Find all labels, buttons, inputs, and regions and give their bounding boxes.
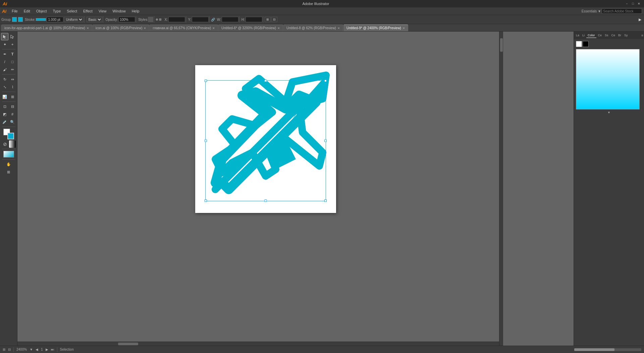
tab-close-3[interactable]: ✕ [277, 27, 280, 30]
status-sep-1 [13, 347, 14, 352]
panel-tab-li[interactable]: Li [581, 33, 586, 38]
selection-tool[interactable] [1, 33, 8, 40]
panel-tab-sy[interactable]: Sy [623, 33, 629, 38]
close-button[interactable]: ✕ [637, 1, 641, 6]
gradient-btn[interactable] [9, 140, 16, 148]
tool-sep-1 [2, 49, 15, 49]
progress-fill [574, 348, 614, 351]
line-tool[interactable]: / [1, 58, 8, 65]
tab-3[interactable]: Untitled-6* @ 3200% (RGB/Preview) ✕ [218, 25, 283, 31]
symbol-tool[interactable]: ⊞ [9, 93, 16, 100]
mirror-tool[interactable]: ⇔ [9, 76, 16, 83]
menu-type[interactable]: Type [50, 8, 64, 14]
right-scroll-thumb[interactable] [500, 38, 503, 52]
search-input[interactable] [602, 8, 642, 14]
mesh-tool[interactable]: # [9, 111, 16, 118]
line-tools-row: / □ [1, 58, 16, 65]
opacity-label: Opacity: [105, 18, 118, 21]
scale-tool[interactable]: ⤡ [1, 83, 8, 91]
paintbrush-tool[interactable]: 🖌 [1, 66, 8, 73]
type-tool[interactable]: T [9, 50, 16, 58]
menu-help[interactable]: Help [129, 8, 142, 14]
progress-bar[interactable] [574, 348, 641, 351]
menu-select[interactable]: Select [64, 8, 80, 14]
tab-1[interactable]: icon.ai @ 100% (RGB/Preview) ✕ [93, 25, 150, 31]
align-btn-2[interactable]: ⊟ [271, 17, 277, 22]
basic-select[interactable]: Basic [87, 17, 102, 22]
pencil-tool[interactable]: ✏ [9, 66, 16, 73]
black-swatch[interactable] [583, 41, 589, 47]
tab-close-4[interactable]: ✕ [337, 27, 340, 30]
stroke-box[interactable] [7, 133, 14, 139]
w-input[interactable]: 19.430 pt [222, 17, 238, 22]
right-panel: La Li Color Ce Ss Ce Br Sy ≡ ▼ [574, 32, 644, 346]
y-input[interactable]: 12.264 pt [192, 17, 209, 22]
white-swatch[interactable] [576, 41, 582, 47]
stroke-value-input[interactable]: 1.000 pt [47, 17, 63, 22]
x-input[interactable]: 11.240 pt [168, 17, 185, 22]
pen-tool[interactable]: ✒ [1, 50, 8, 58]
menu-effect[interactable]: Effect [80, 8, 95, 14]
tab-label-3: Untitled-6* @ 3200% (RGB/Preview) [221, 26, 276, 30]
view-btn[interactable]: ⊞ [5, 168, 12, 176]
tab-close-2[interactable]: ✕ [212, 27, 215, 30]
maximize-button[interactable]: □ [631, 1, 635, 6]
tab-5[interactable]: Untitled-9* @ 2400% (RGB/Preview) ✕ [343, 25, 408, 31]
eyedropper-tool[interactable]: 💉 [1, 118, 8, 126]
tab-0[interactable]: icon-for-app-android-part-1.ai @ 100% (R… [1, 25, 92, 31]
artboard-tool[interactable]: ⊡ [1, 103, 8, 110]
zoom-controls[interactable]: ▼ [30, 348, 33, 351]
page-end-icon[interactable]: ⏭ [51, 348, 54, 351]
page-prev-icon[interactable]: ◀ [36, 348, 38, 351]
link-icon[interactable]: 🔗 [211, 18, 215, 21]
panel-tab-color[interactable]: Color [586, 33, 596, 38]
stroke-type-select[interactable]: Uniform [64, 17, 84, 22]
slice-tool[interactable]: ⊟ [9, 103, 16, 110]
hand-tool[interactable]: ✋ [5, 161, 12, 168]
tab-2[interactable]: главная.ai @ 66,67% (CMYK/Preview) ✕ [150, 25, 218, 31]
tool-sep-5 [2, 127, 15, 127]
panel-menu-btn[interactable]: ≡ [641, 34, 643, 37]
panel-tab-br[interactable]: Br [617, 33, 623, 38]
menu-view[interactable]: View [96, 8, 109, 14]
workspace-label: Essentials ▼ [582, 9, 601, 13]
none-btn[interactable]: ⊘ [1, 140, 9, 148]
panel-tab-la[interactable]: La [575, 33, 581, 38]
menu-file[interactable]: File [9, 8, 20, 14]
gradient-tool[interactable]: ◩ [1, 111, 8, 118]
rotate-tool[interactable]: ↻ [1, 76, 8, 83]
color-picker-gradient[interactable] [576, 49, 640, 109]
styles-btn[interactable] [148, 17, 153, 22]
minimize-button[interactable]: − [625, 1, 629, 6]
bottom-scroll-thumb[interactable] [118, 343, 138, 345]
align-btn-1[interactable]: ⊞ [265, 17, 271, 22]
panel-tab-ce2[interactable]: Ce [610, 33, 617, 38]
lasso-tool[interactable]: ⌖ [9, 41, 16, 48]
w-label: W: [217, 18, 221, 21]
menu-window[interactable]: Window [110, 8, 128, 14]
warp-tool[interactable]: ⌇ [9, 83, 16, 91]
menu-object[interactable]: Object [34, 8, 50, 14]
rect-tool[interactable]: □ [9, 58, 16, 65]
panel-expand-btn[interactable]: ▶ [639, 17, 643, 22]
tab-close-0[interactable]: ✕ [87, 27, 89, 30]
direct-selection-tool[interactable] [9, 33, 16, 40]
menu-edit[interactable]: Edit [21, 8, 33, 14]
magic-wand-tool[interactable]: ✦ [1, 41, 8, 48]
h-input[interactable]: 18.694 pt [246, 17, 262, 22]
tab-close-1[interactable]: ✕ [144, 27, 146, 30]
canvas-area[interactable] [17, 32, 574, 346]
zoom-tool[interactable]: 🔍 [9, 118, 16, 126]
bottom-scrollbar[interactable] [17, 342, 499, 346]
tab-4[interactable]: Untitled-8 @ 62% (RGB/Preview) ✕ [283, 25, 343, 31]
panel-tab-ss[interactable]: Ss [603, 33, 610, 38]
opacity-input[interactable]: 100% [118, 17, 135, 22]
fill-swatch[interactable] [12, 17, 17, 22]
tab-close-5[interactable]: ✕ [402, 27, 405, 30]
panel-tab-ce1[interactable]: Ce [597, 33, 603, 38]
right-scrollbar[interactable] [499, 32, 503, 346]
stroke-swatch-color[interactable] [18, 17, 23, 22]
page-next-icon[interactable]: ▶ [46, 348, 48, 351]
graph-tool[interactable]: 📊 [1, 93, 8, 100]
active-fill-display[interactable] [3, 151, 14, 158]
